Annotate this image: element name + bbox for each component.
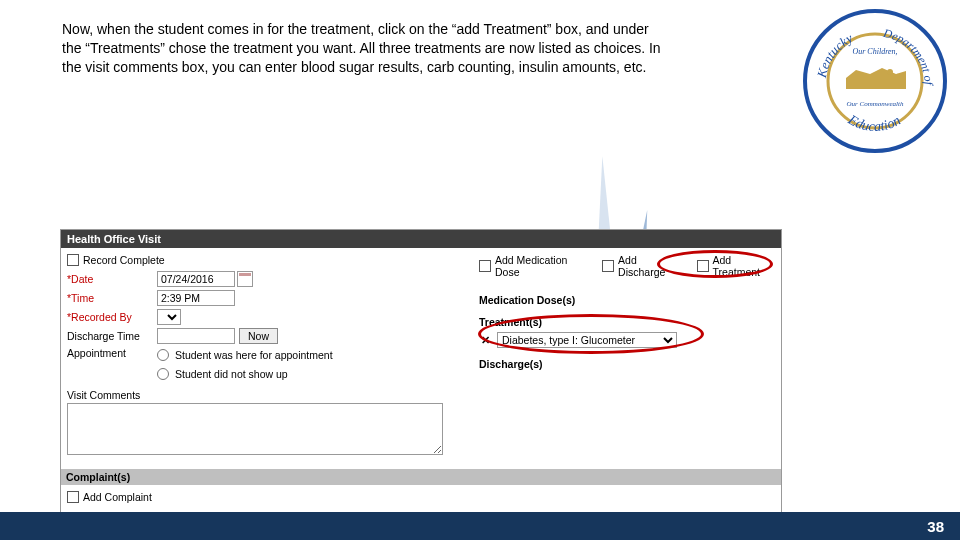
add-treatment-label: Add Treatment xyxy=(713,254,775,278)
svg-point-5 xyxy=(887,69,893,75)
treatment-select[interactable]: Diabetes, type I: Glucometer xyxy=(497,332,677,348)
svg-rect-6 xyxy=(888,75,892,87)
svg-point-7 xyxy=(896,74,900,78)
time-input[interactable] xyxy=(157,290,235,306)
add-complaint-checkbox[interactable] xyxy=(67,491,79,503)
calendar-icon[interactable] xyxy=(237,271,253,287)
date-input[interactable] xyxy=(157,271,235,287)
add-medication-dose-checkbox[interactable] xyxy=(479,260,491,272)
recorded-by-select[interactable] xyxy=(157,309,181,325)
svg-text:Our Children,: Our Children, xyxy=(852,47,897,56)
record-complete-checkbox[interactable] xyxy=(67,254,79,266)
appointment-label: Appointment xyxy=(67,347,157,359)
complaints-header: Complaint(s) xyxy=(61,469,781,485)
treatments-header: Treatment(s) xyxy=(479,316,775,328)
visit-comments-textarea[interactable] xyxy=(67,403,443,455)
remove-treatment-button[interactable]: ✕ xyxy=(479,334,491,346)
time-label: *Time xyxy=(67,292,157,304)
appt-noshow-radio[interactable] xyxy=(157,368,169,380)
page-number: 38 xyxy=(927,518,944,535)
appt-here-label: Student was here for appointment xyxy=(175,349,333,361)
health-office-visit-panel: Health Office Visit Record Complete *Dat… xyxy=(60,229,782,513)
appt-noshow-label: Student did not show up xyxy=(175,368,288,380)
add-discharge-label: Add Discharge xyxy=(618,254,680,278)
footer-bar: 38 xyxy=(0,512,960,540)
add-complaint-label: Add Complaint xyxy=(83,491,152,503)
add-treatment-checkbox[interactable] xyxy=(697,260,709,272)
kde-logo: Kentucky Department of Education Our Chi… xyxy=(800,6,950,156)
svg-text:Our Commonwealth: Our Commonwealth xyxy=(847,100,904,108)
svg-rect-8 xyxy=(897,78,900,87)
add-medication-dose-label: Add Medication Dose xyxy=(495,254,586,278)
right-column: Add Medication Dose Add Discharge Add Tr… xyxy=(473,248,781,461)
record-complete-label: Record Complete xyxy=(83,254,165,266)
discharge-time-label: Discharge Time xyxy=(67,330,157,342)
visit-comments-label: Visit Comments xyxy=(67,389,467,401)
discharge-time-input[interactable] xyxy=(157,328,235,344)
discharges-header: Discharge(s) xyxy=(479,358,775,370)
medication-doses-header: Medication Dose(s) xyxy=(479,294,775,306)
panel-title: Health Office Visit xyxy=(61,230,781,248)
add-discharge-checkbox[interactable] xyxy=(602,260,614,272)
date-label: *Date xyxy=(67,273,157,285)
instruction-text: Now, when the student comes in for the t… xyxy=(62,20,662,77)
recorded-by-label: *Recorded By xyxy=(67,311,157,323)
left-column: Record Complete *Date *Time *Recorded By… xyxy=(61,248,473,461)
appt-here-radio[interactable] xyxy=(157,349,169,361)
now-button[interactable]: Now xyxy=(239,328,278,344)
